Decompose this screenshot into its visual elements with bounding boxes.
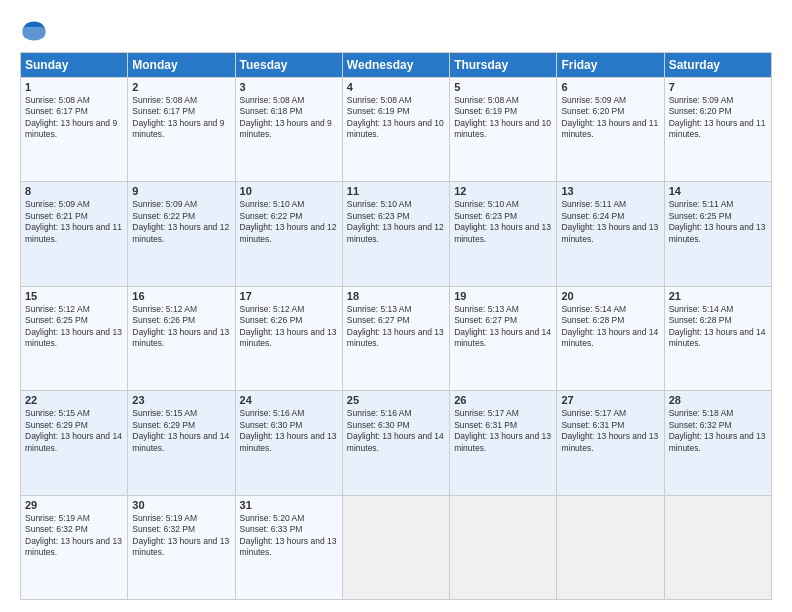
day-content: Sunrise: 5:08 AMSunset: 6:19 PMDaylight:… [347,95,445,141]
day-number: 30 [132,499,230,511]
day-content: Sunrise: 5:14 AMSunset: 6:28 PMDaylight:… [561,304,659,350]
day-cell: 30Sunrise: 5:19 AMSunset: 6:32 PMDayligh… [128,495,235,599]
day-content: Sunrise: 5:12 AMSunset: 6:25 PMDaylight:… [25,304,123,350]
day-cell [342,495,449,599]
day-content: Sunrise: 5:14 AMSunset: 6:28 PMDaylight:… [669,304,767,350]
day-number: 10 [240,185,338,197]
day-content: Sunrise: 5:12 AMSunset: 6:26 PMDaylight:… [240,304,338,350]
day-content: Sunrise: 5:08 AMSunset: 6:17 PMDaylight:… [132,95,230,141]
day-number: 23 [132,394,230,406]
day-number: 15 [25,290,123,302]
day-cell: 19Sunrise: 5:13 AMSunset: 6:27 PMDayligh… [450,286,557,390]
week-row-1: 1Sunrise: 5:08 AMSunset: 6:17 PMDaylight… [21,78,772,182]
day-cell: 16Sunrise: 5:12 AMSunset: 6:26 PMDayligh… [128,286,235,390]
day-number: 29 [25,499,123,511]
day-content: Sunrise: 5:09 AMSunset: 6:20 PMDaylight:… [669,95,767,141]
day-number: 1 [25,81,123,93]
day-number: 16 [132,290,230,302]
day-number: 18 [347,290,445,302]
day-cell: 12Sunrise: 5:10 AMSunset: 6:23 PMDayligh… [450,182,557,286]
week-row-2: 8Sunrise: 5:09 AMSunset: 6:21 PMDaylight… [21,182,772,286]
header-cell-wednesday: Wednesday [342,53,449,78]
day-cell [450,495,557,599]
calendar-table: SundayMondayTuesdayWednesdayThursdayFrid… [20,52,772,600]
day-content: Sunrise: 5:17 AMSunset: 6:31 PMDaylight:… [454,408,552,454]
logo [20,18,52,46]
day-cell: 4Sunrise: 5:08 AMSunset: 6:19 PMDaylight… [342,78,449,182]
day-content: Sunrise: 5:15 AMSunset: 6:29 PMDaylight:… [132,408,230,454]
day-number: 5 [454,81,552,93]
day-cell: 14Sunrise: 5:11 AMSunset: 6:25 PMDayligh… [664,182,771,286]
day-cell: 13Sunrise: 5:11 AMSunset: 6:24 PMDayligh… [557,182,664,286]
day-number: 4 [347,81,445,93]
calendar-header: SundayMondayTuesdayWednesdayThursdayFrid… [21,53,772,78]
day-number: 7 [669,81,767,93]
day-content: Sunrise: 5:08 AMSunset: 6:18 PMDaylight:… [240,95,338,141]
day-cell: 22Sunrise: 5:15 AMSunset: 6:29 PMDayligh… [21,391,128,495]
day-content: Sunrise: 5:08 AMSunset: 6:17 PMDaylight:… [25,95,123,141]
day-number: 11 [347,185,445,197]
day-content: Sunrise: 5:09 AMSunset: 6:22 PMDaylight:… [132,199,230,245]
day-cell: 31Sunrise: 5:20 AMSunset: 6:33 PMDayligh… [235,495,342,599]
header [20,18,772,46]
day-cell: 2Sunrise: 5:08 AMSunset: 6:17 PMDaylight… [128,78,235,182]
day-content: Sunrise: 5:16 AMSunset: 6:30 PMDaylight:… [240,408,338,454]
day-cell: 26Sunrise: 5:17 AMSunset: 6:31 PMDayligh… [450,391,557,495]
day-cell: 20Sunrise: 5:14 AMSunset: 6:28 PMDayligh… [557,286,664,390]
day-cell: 11Sunrise: 5:10 AMSunset: 6:23 PMDayligh… [342,182,449,286]
day-cell: 25Sunrise: 5:16 AMSunset: 6:30 PMDayligh… [342,391,449,495]
week-row-5: 29Sunrise: 5:19 AMSunset: 6:32 PMDayligh… [21,495,772,599]
day-cell: 10Sunrise: 5:10 AMSunset: 6:22 PMDayligh… [235,182,342,286]
day-cell: 28Sunrise: 5:18 AMSunset: 6:32 PMDayligh… [664,391,771,495]
day-number: 24 [240,394,338,406]
day-content: Sunrise: 5:10 AMSunset: 6:23 PMDaylight:… [454,199,552,245]
day-content: Sunrise: 5:18 AMSunset: 6:32 PMDaylight:… [669,408,767,454]
day-content: Sunrise: 5:09 AMSunset: 6:21 PMDaylight:… [25,199,123,245]
header-cell-friday: Friday [557,53,664,78]
day-cell: 21Sunrise: 5:14 AMSunset: 6:28 PMDayligh… [664,286,771,390]
day-content: Sunrise: 5:11 AMSunset: 6:25 PMDaylight:… [669,199,767,245]
day-cell: 15Sunrise: 5:12 AMSunset: 6:25 PMDayligh… [21,286,128,390]
week-row-4: 22Sunrise: 5:15 AMSunset: 6:29 PMDayligh… [21,391,772,495]
day-content: Sunrise: 5:13 AMSunset: 6:27 PMDaylight:… [454,304,552,350]
day-cell: 3Sunrise: 5:08 AMSunset: 6:18 PMDaylight… [235,78,342,182]
day-cell: 7Sunrise: 5:09 AMSunset: 6:20 PMDaylight… [664,78,771,182]
day-content: Sunrise: 5:10 AMSunset: 6:22 PMDaylight:… [240,199,338,245]
day-content: Sunrise: 5:11 AMSunset: 6:24 PMDaylight:… [561,199,659,245]
day-cell: 17Sunrise: 5:12 AMSunset: 6:26 PMDayligh… [235,286,342,390]
header-cell-thursday: Thursday [450,53,557,78]
day-content: Sunrise: 5:15 AMSunset: 6:29 PMDaylight:… [25,408,123,454]
day-content: Sunrise: 5:12 AMSunset: 6:26 PMDaylight:… [132,304,230,350]
logo-icon [20,18,48,46]
header-row: SundayMondayTuesdayWednesdayThursdayFrid… [21,53,772,78]
day-content: Sunrise: 5:16 AMSunset: 6:30 PMDaylight:… [347,408,445,454]
day-number: 14 [669,185,767,197]
day-content: Sunrise: 5:10 AMSunset: 6:23 PMDaylight:… [347,199,445,245]
day-number: 8 [25,185,123,197]
day-number: 28 [669,394,767,406]
day-number: 22 [25,394,123,406]
day-cell: 8Sunrise: 5:09 AMSunset: 6:21 PMDaylight… [21,182,128,286]
header-cell-sunday: Sunday [21,53,128,78]
day-cell [557,495,664,599]
day-number: 2 [132,81,230,93]
header-cell-monday: Monday [128,53,235,78]
header-cell-tuesday: Tuesday [235,53,342,78]
day-cell: 23Sunrise: 5:15 AMSunset: 6:29 PMDayligh… [128,391,235,495]
day-cell: 5Sunrise: 5:08 AMSunset: 6:19 PMDaylight… [450,78,557,182]
day-content: Sunrise: 5:20 AMSunset: 6:33 PMDaylight:… [240,513,338,559]
day-content: Sunrise: 5:09 AMSunset: 6:20 PMDaylight:… [561,95,659,141]
day-number: 19 [454,290,552,302]
day-number: 25 [347,394,445,406]
day-number: 9 [132,185,230,197]
calendar-body: 1Sunrise: 5:08 AMSunset: 6:17 PMDaylight… [21,78,772,600]
day-number: 17 [240,290,338,302]
page: SundayMondayTuesdayWednesdayThursdayFrid… [0,0,792,612]
day-cell [664,495,771,599]
day-content: Sunrise: 5:19 AMSunset: 6:32 PMDaylight:… [132,513,230,559]
day-number: 20 [561,290,659,302]
day-cell: 6Sunrise: 5:09 AMSunset: 6:20 PMDaylight… [557,78,664,182]
header-cell-saturday: Saturday [664,53,771,78]
day-number: 12 [454,185,552,197]
day-cell: 24Sunrise: 5:16 AMSunset: 6:30 PMDayligh… [235,391,342,495]
